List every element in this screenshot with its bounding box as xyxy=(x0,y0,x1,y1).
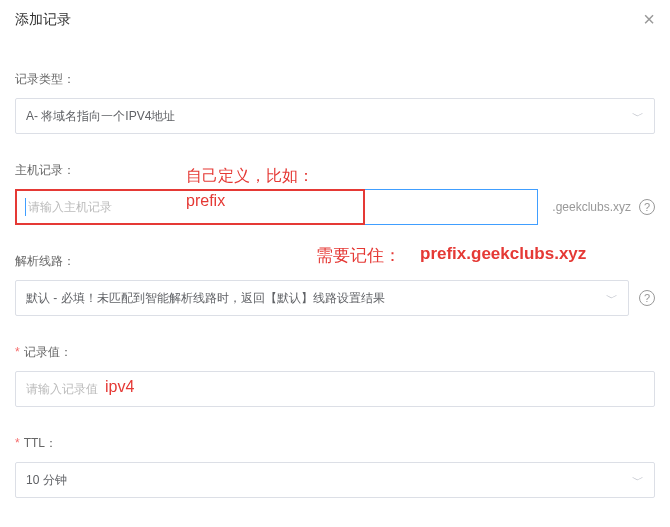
record-type-select[interactable]: A- 将域名指向一个IPV4地址 ﹀ xyxy=(15,98,655,134)
help-icon[interactable]: ? xyxy=(639,199,655,215)
ttl-label: TTL： xyxy=(15,435,655,452)
record-type-section: 记录类型： A- 将域名指向一个IPV4地址 ﹀ xyxy=(15,71,655,134)
ttl-select[interactable]: 10 分钟 ﹀ xyxy=(15,462,655,498)
route-section: 解析线路： 默认 - 必填！未匹配到智能解析线路时，返回【默认】线路设置结果 ﹀… xyxy=(15,253,655,316)
route-select[interactable]: 默认 - 必填！未匹配到智能解析线路时，返回【默认】线路设置结果 ﹀ xyxy=(15,280,629,316)
host-record-extend xyxy=(365,189,538,225)
close-icon[interactable]: × xyxy=(643,8,655,31)
record-type-label: 记录类型： xyxy=(15,71,655,88)
chevron-down-icon: ﹀ xyxy=(632,108,644,125)
host-record-section: 主机记录： .geekclubs.xyz ? xyxy=(15,162,655,225)
dialog-title: 添加记录 xyxy=(15,11,71,29)
record-value-label: 记录值： xyxy=(15,344,655,361)
dialog-header: 添加记录 × xyxy=(15,8,655,43)
host-record-row: .geekclubs.xyz ? xyxy=(15,189,655,225)
host-record-input[interactable] xyxy=(28,200,355,214)
record-type-value: A- 将域名指向一个IPV4地址 xyxy=(26,108,175,125)
chevron-down-icon: ﹀ xyxy=(632,472,644,489)
chevron-down-icon: ﹀ xyxy=(606,290,618,307)
route-value: 默认 - 必填！未匹配到智能解析线路时，返回【默认】线路设置结果 xyxy=(26,290,385,307)
ttl-value: 10 分钟 xyxy=(26,472,67,489)
host-record-label: 主机记录： xyxy=(15,162,655,179)
host-record-suffix: .geekclubs.xyz xyxy=(552,200,631,214)
host-record-input-wrap xyxy=(15,189,365,225)
record-value-section: 记录值： xyxy=(15,344,655,407)
route-label: 解析线路： xyxy=(15,253,655,270)
route-row: 默认 - 必填！未匹配到智能解析线路时，返回【默认】线路设置结果 ﹀ ? xyxy=(15,280,655,316)
text-cursor xyxy=(25,198,26,216)
help-icon[interactable]: ? xyxy=(639,290,655,306)
record-value-input[interactable] xyxy=(15,371,655,407)
ttl-section: TTL： 10 分钟 ﹀ xyxy=(15,435,655,498)
